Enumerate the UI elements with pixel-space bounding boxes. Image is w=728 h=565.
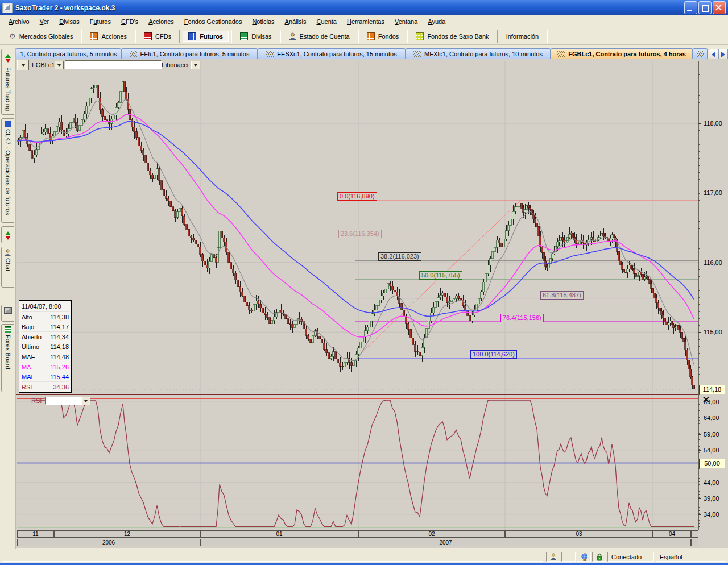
up-arrow-icon: [5, 51, 11, 58]
rsi-close-icon[interactable]: [702, 396, 710, 404]
time-axis-months: 111201020304: [0, 530, 728, 539]
minimize-button[interactable]: [684, 1, 697, 14]
status-lock-cell: [592, 552, 606, 562]
tooltip-row-mae: MAE114,48: [22, 352, 69, 363]
toolbar-button-estado-de-cuenta[interactable]: Estado de Cuenta: [283, 31, 355, 42]
connection-status: Conectado: [611, 554, 642, 560]
menu-bar: ArchivoVerDivisasFuturosCFD'sAccionesFon…: [0, 15, 728, 28]
ma-line-MAE-slow: [18, 122, 694, 316]
menu-item-herramientas[interactable]: Herramientas: [342, 16, 390, 27]
toolbar-button-acciones[interactable]: Acciones: [84, 31, 133, 42]
chart-pen-icon: [266, 51, 274, 57]
chevron-left-icon: [712, 52, 715, 57]
chart-tab-partial[interactable]: [693, 48, 708, 59]
chart-tab-label: MFXIc1, Contrato para futuros, 10 minuto…: [424, 51, 543, 57]
connection-status-cell: Conectado: [607, 552, 654, 562]
restore-button[interactable]: [698, 1, 712, 14]
sidebar-tab-futures-trading[interactable]: Futures Trading: [1, 49, 14, 115]
tooltip-row-value: 114,18: [50, 343, 69, 350]
sidebar-tab-trade-arrows-icon[interactable]: [1, 226, 14, 243]
chevron-down-icon: [84, 400, 88, 404]
menu-item-an-lisis[interactable]: Análisis: [280, 16, 312, 27]
toolbar-button-fondos[interactable]: Fondos: [361, 31, 405, 42]
time-axis-month-cell: 12: [54, 530, 200, 538]
chart-tab-active[interactable]: FGBLc1, Contrato para futuros, 4 horas: [551, 48, 693, 59]
toolbar-button-informaci-n[interactable]: Información: [500, 31, 544, 42]
toolbar-button-label: Información: [506, 33, 539, 40]
chart-tab[interactable]: FESXc1, Contrato para futuros, 15 minuto…: [258, 48, 406, 59]
menu-item-ventana[interactable]: Ventana: [390, 16, 423, 27]
tooltip-row-rsi: RSI34,36: [22, 382, 69, 392]
toolbar-separator: [81, 30, 82, 43]
toolbar-button-cfds[interactable]: CFDs: [138, 31, 177, 42]
left-sidebar: Futures TradingCLK7 - Operaciones de fut…: [0, 48, 16, 549]
toolbar-button-mercados-globales[interactable]: ⚙Mercados Globales: [3, 31, 78, 42]
rsi-panel-divider[interactable]: [16, 394, 698, 395]
time-axis-month-cell: 01: [200, 530, 358, 538]
menu-item-cuenta[interactable]: Cuenta: [311, 16, 341, 27]
price-tick-label: 116,00: [704, 259, 722, 266]
tab-scroll-left-button[interactable]: [709, 49, 718, 60]
close-button[interactable]: [713, 1, 726, 14]
menu-item-ver[interactable]: Ver: [35, 16, 55, 27]
price-chart-canvas[interactable]: [17, 61, 698, 394]
futures-icon: [188, 32, 196, 40]
instrument-search-input[interactable]: [65, 60, 162, 69]
forex-board-icon: [5, 326, 11, 333]
rsi-tick-mark: [698, 450, 701, 451]
sidebar-tab-clk7-operaciones-de-futuros[interactable]: CLK7 - Operaciones de futuros: [1, 118, 14, 223]
menu-item-cfd-s[interactable]: CFD's: [116, 16, 143, 27]
time-axis-month-cell: [691, 530, 698, 538]
chart-tab[interactable]: FFIc1, Contrato para futuros, 5 minutos: [121, 48, 258, 59]
menu-item-ayuda[interactable]: Ayuda: [423, 16, 450, 27]
down-arrow-icon: [5, 236, 11, 243]
menu-item-divisas[interactable]: Divisas: [54, 16, 84, 27]
toolbar-button-futuros[interactable]: Futuros: [183, 31, 229, 42]
chart-pen-icon: [413, 51, 421, 57]
menu-item-acciones[interactable]: Acciones: [143, 16, 179, 27]
chart-tab[interactable]: 1, Contrato para futuros, 5 minutos: [16, 48, 121, 59]
tooltip-row-value: 34,36: [53, 384, 69, 390]
chart-tab-label: FESXc1, Contrato para futuros, 15 minuto…: [277, 51, 396, 57]
toolbar-button-fondos-de-saxo-bank[interactable]: Fondos de Saxo Bank: [410, 31, 494, 42]
sidebar-tab-label: CLK7 - Operaciones de futuros: [5, 129, 11, 215]
tooltip-row-value: 115,26: [50, 364, 69, 371]
tooltip-row-label: Alto: [22, 314, 32, 321]
rsi-chart-canvas[interactable]: [17, 394, 698, 530]
rsi-tick-mark: [698, 514, 701, 515]
instrument-dropdown[interactable]: [55, 61, 64, 69]
tooltip-row-ma: MA115,26: [22, 362, 69, 372]
toolbar-button-divisas[interactable]: Divisas: [234, 31, 277, 42]
toolbar-button-label: Acciones: [101, 33, 127, 40]
chevron-down-icon: [194, 64, 197, 68]
menu-item-archivo[interactable]: Archivo: [3, 16, 35, 27]
tooltip-row-label: Abierto: [22, 334, 42, 340]
chart-menu-button[interactable]: [17, 60, 29, 70]
fib-label-50.0: 50.0(115,755): [419, 271, 462, 280]
sidebar-tab-forex-board[interactable]: Forex Board: [1, 324, 14, 392]
rsi-input[interactable]: [46, 397, 84, 405]
toolbar-separator: [135, 30, 136, 43]
window-title: SaxoTrader 2 - workspace.ok.3: [15, 4, 115, 12]
menu-item-noticias[interactable]: Noticias: [247, 16, 279, 27]
rsi-tick-label: 39,00: [704, 495, 719, 502]
price-tick-mark: [698, 193, 701, 193]
rsi-tick-label: 59,00: [704, 431, 719, 438]
chart-tab[interactable]: MFXIc1, Contrato para futuros, 10 minuto…: [406, 48, 551, 59]
rsi-dropdown[interactable]: [81, 397, 90, 405]
last-price-box: 114,18: [699, 385, 725, 394]
time-axis-month-cell: 02: [358, 530, 505, 538]
menu-item-fondos-gestionados[interactable]: Fondos Gestionados: [179, 16, 247, 27]
menu-item-futuros[interactable]: Futuros: [85, 16, 116, 27]
tooltip-row-mae: MAE115,44: [22, 372, 69, 383]
chart-tab-label: FGBLc1, Contrato para futuros, 4 horas: [568, 51, 686, 57]
user-icon: [550, 553, 556, 560]
drawing-tool-dropdown[interactable]: [191, 61, 200, 69]
tab-scroll-right-button[interactable]: [718, 49, 728, 60]
time-axis-year-cell: 2007: [200, 539, 691, 546]
toolbar-button-label: Mercados Globales: [19, 33, 73, 40]
sidebar-tab-cards-icon[interactable]: [1, 305, 14, 322]
drawing-tool-label: Fibonacci: [162, 61, 188, 68]
sidebar-tab-chat[interactable]: Chat: [1, 247, 14, 288]
price-axis: 114,18 118,00117,00116,00115,00: [698, 61, 728, 394]
